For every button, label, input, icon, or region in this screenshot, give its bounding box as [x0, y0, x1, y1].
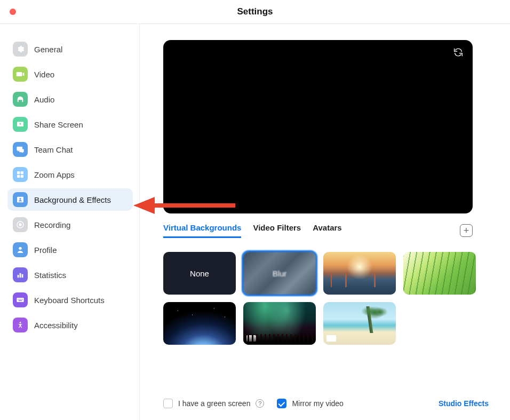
accessibility-icon	[13, 318, 28, 332]
green-screen-help-icon[interactable]: ?	[256, 399, 264, 408]
background-thumb-grass[interactable]	[403, 252, 476, 295]
svg-rect-13	[17, 298, 23, 302]
thumb-label: None	[190, 269, 209, 278]
svg-point-9	[19, 247, 21, 250]
sidebar-item-statistics[interactable]: Statistics	[7, 264, 133, 286]
green-screen-checkbox[interactable]	[163, 399, 173, 408]
background-thumb-beach[interactable]	[323, 302, 396, 345]
rotate-camera-icon[interactable]	[452, 46, 465, 59]
video-indicator-icon	[246, 335, 256, 342]
sidebar-item-audio[interactable]: Audio	[7, 88, 133, 110]
svg-rect-4	[21, 175, 23, 178]
profile-icon	[13, 242, 28, 257]
sidebar-item-video[interactable]: Video	[7, 63, 133, 85]
sidebar-item-team-chat[interactable]: Team Chat	[7, 138, 133, 161]
recording-icon	[13, 217, 28, 232]
background-thumb-blur[interactable]: Blur	[243, 252, 316, 295]
sidebar-item-label: Background & Effects	[34, 195, 111, 204]
sidebar-item-share-screen[interactable]: Share Screen	[7, 113, 133, 136]
sidebar-item-recording[interactable]: Recording	[7, 213, 133, 236]
thumb-label: Blur	[273, 269, 287, 278]
main-panel: Virtual BackgroundsVideo FiltersAvatars …	[140, 24, 510, 420]
sidebar-item-label: Share Screen	[34, 120, 83, 129]
svg-point-8	[19, 223, 21, 226]
background-thumbnails: NoneBlur	[163, 252, 483, 345]
sidebar-item-background-effects[interactable]: Background & Effects	[7, 188, 133, 211]
tab-virtual-backgrounds[interactable]: Virtual Backgrounds	[163, 223, 241, 238]
background-thumb-aurora[interactable]	[243, 302, 316, 345]
statistics-icon	[13, 267, 28, 282]
add-background-button[interactable]: +	[460, 224, 473, 237]
svg-rect-18	[19, 300, 22, 301]
svg-rect-3	[17, 175, 20, 178]
svg-point-6	[19, 198, 21, 200]
sidebar-item-keyboard-shortcuts[interactable]: Keyboard Shortcuts	[7, 289, 133, 311]
headphones-icon	[13, 92, 28, 107]
sidebar-item-general[interactable]: General	[7, 38, 133, 60]
gear-icon	[13, 42, 28, 57]
sidebar-item-label: Zoom Apps	[34, 170, 75, 179]
mirror-video-checkbox[interactable]	[277, 399, 286, 408]
effects-tabs: Virtual BackgroundsVideo FiltersAvatars	[163, 223, 342, 238]
window-title: Settings	[0, 6, 510, 17]
background-effects-icon	[13, 192, 28, 207]
sidebar-item-label: Audio	[34, 95, 54, 104]
tab-avatars[interactable]: Avatars	[313, 223, 341, 238]
bottom-options: I have a green screen ? Mirror my video …	[163, 399, 489, 408]
sidebar-item-label: Profile	[34, 245, 57, 255]
keyboard-icon	[13, 292, 28, 307]
green-screen-label: I have a green screen	[178, 399, 250, 408]
titlebar: Settings	[0, 0, 510, 24]
share-screen-icon	[13, 117, 28, 132]
background-thumb-bridge[interactable]	[323, 252, 396, 295]
sidebar-item-label: Keyboard Shortcuts	[34, 296, 105, 305]
close-window-button[interactable]	[10, 9, 16, 15]
sidebar-item-label: Accessibility	[34, 321, 78, 330]
tab-video-filters[interactable]: Video Filters	[253, 223, 301, 238]
sidebar-item-accessibility[interactable]: Accessibility	[7, 314, 133, 336]
svg-point-19	[20, 322, 21, 323]
svg-rect-2	[21, 171, 23, 174]
svg-rect-15	[19, 299, 20, 299]
svg-rect-12	[22, 274, 23, 278]
video-indicator-icon	[326, 335, 336, 342]
apps-icon	[13, 167, 28, 182]
sidebar-item-label: General	[34, 45, 62, 54]
svg-rect-16	[21, 299, 21, 299]
studio-effects-link[interactable]: Studio Effects	[439, 399, 489, 408]
chat-icon	[13, 142, 28, 157]
sidebar-item-label: Team Chat	[34, 145, 73, 154]
mirror-video-label: Mirror my video	[292, 399, 343, 408]
sidebar-item-profile[interactable]: Profile	[7, 239, 133, 261]
svg-rect-11	[20, 273, 21, 278]
sidebar-item-zoom-apps[interactable]: Zoom Apps	[7, 163, 133, 186]
svg-rect-14	[18, 299, 18, 299]
background-thumb-none[interactable]: None	[163, 252, 236, 295]
svg-rect-1	[17, 171, 20, 174]
settings-sidebar: GeneralVideoAudioShare ScreenTeam ChatZo…	[0, 24, 140, 420]
sidebar-item-label: Statistics	[34, 271, 66, 280]
background-thumb-earth[interactable]	[163, 302, 236, 345]
video-icon	[13, 67, 28, 82]
sidebar-item-label: Video	[34, 70, 54, 79]
svg-rect-10	[18, 275, 19, 278]
svg-rect-17	[22, 299, 22, 299]
sidebar-item-label: Recording	[34, 220, 70, 229]
video-preview	[163, 40, 473, 213]
